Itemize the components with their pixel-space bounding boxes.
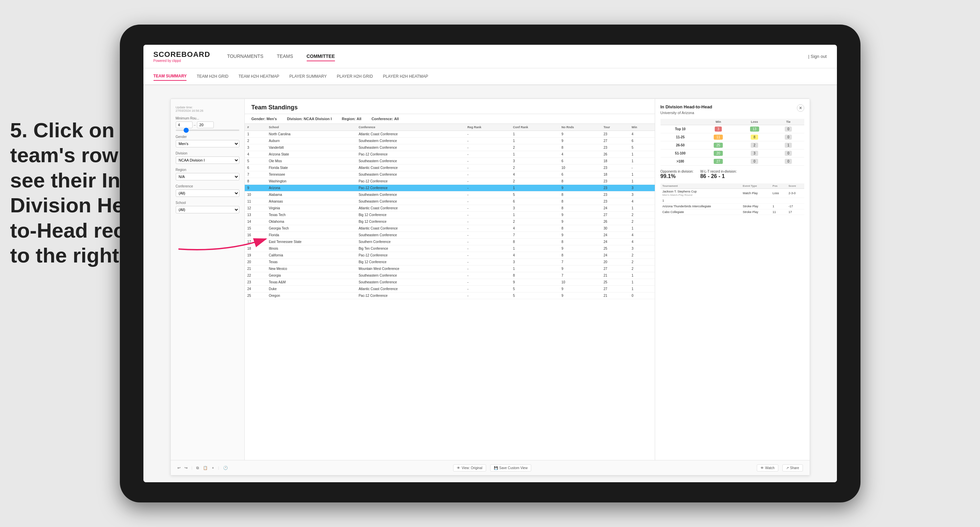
subnav-player-h2h-grid[interactable]: PLAYER H2H GRID [337,72,373,81]
min-rounds-input[interactable] [176,122,192,128]
record-stat: W-L-T record in-division: 86 - 26 - 1 [700,170,737,179]
table-row[interactable]: 2 Auburn Southeastern Conference - 1 9 2… [245,138,655,144]
cell-conf-rank: 8 [511,272,559,279]
nav-committee[interactable]: COMMITTEE [307,52,335,61]
undo-icon[interactable]: ↩ [177,466,180,470]
table-row[interactable]: 6 Florida State Atlantic Coast Conferenc… [245,165,655,171]
table-row[interactable]: 17 East Tennessee State Southern Confere… [245,239,655,245]
cell-reg-rank: - [465,265,511,272]
cell-win: 1 [629,205,655,212]
subnav-team-h2h-grid[interactable]: TEAM H2H GRID [197,72,228,81]
table-row[interactable]: 12 Virginia Atlantic Coast Conference - … [245,205,655,212]
cell-no-rnds: 8 [559,192,601,198]
data-table-wrapper[interactable]: # School Conference Reg Rank Conf Rank N… [245,124,655,460]
h2h-row: >100 27 0 0 [660,157,804,165]
standings-title: Team Standings [245,99,655,114]
cell-conf-rank: 1 [511,265,559,272]
cell-conf-rank: 3 [511,205,559,212]
h2h-table: Win Loss Tie Top 10 3 13 0 11-25 11 8 0 … [660,119,804,165]
cell-conf-rank: 4 [511,225,559,232]
nav-teams[interactable]: TEAMS [277,52,293,61]
table-row[interactable]: 16 Florida Southeastern Conference - 7 9… [245,232,655,239]
division-filter-label: Division [176,151,239,155]
subnav-team-summary[interactable]: TEAM SUMMARY [154,72,187,81]
table-row[interactable]: 18 Illinois Big Ten Conference - 1 9 25 … [245,245,655,252]
region-select[interactable]: N/A All [176,173,239,180]
conference-select[interactable]: (All) [176,189,239,197]
cell-win: 2 [629,218,655,225]
cell-reg-rank: - [465,232,511,239]
subnav-player-h2h-heatmap[interactable]: PLAYER H2H HEATMAP [383,72,428,81]
min-rounds-max-input[interactable] [197,122,214,128]
cell-school: Duke [266,286,356,292]
table-row[interactable]: 5 Ole Miss Southeastern Conference - 3 6… [245,158,655,165]
cell-school: Washington [266,178,356,185]
cell-conf-rank: 5 [511,292,559,299]
table-row[interactable]: 15 Georgia Tech Atlantic Coast Conferenc… [245,225,655,232]
table-row[interactable]: 19 California Pac-12 Conference - 4 8 24… [245,252,655,259]
tournament-col-type: Event Type [741,183,771,189]
table-row[interactable]: 14 Oklahoma Big 12 Conference - 2 9 26 2 [245,218,655,225]
cell-win: - [629,165,655,171]
table-row[interactable]: 11 Arkansas Southeastern Conference - 6 … [245,198,655,205]
min-rounds-slider[interactable] [176,130,239,131]
gender-select[interactable]: Men's Women's [176,140,239,148]
cell-tour: 23 [601,192,629,198]
table-row[interactable]: 9 Arizona Pac-12 Conference - 1 9 23 3 [245,185,655,192]
table-row[interactable]: 3 Vanderbilt Southeastern Conference - 2… [245,144,655,151]
h2h-close-button[interactable]: ✕ [797,104,804,112]
cell-conf-rank: 1 [511,245,559,252]
cell-conf-rank: 2 [511,178,559,185]
table-row[interactable]: 8 Washington Pac-12 Conference - 2 8 23 … [245,178,655,185]
table-row[interactable]: 24 Duke Atlantic Coast Conference - 5 9 … [245,286,655,292]
table-row[interactable]: 7 Tennessee Southeastern Conference - 4 … [245,171,655,178]
table-row[interactable]: 21 New Mexico Mountain West Conference -… [245,265,655,272]
subnav-team-h2h-heatmap[interactable]: TEAM H2H HEATMAP [239,72,279,81]
tournament-score: -17 [786,203,804,210]
share-button[interactable]: ↗ Share [783,464,803,471]
cell-no-rnds: 8 [559,239,601,245]
cell-conf: Southeastern Conference [356,279,465,286]
table-row[interactable]: 25 Oregon Pac-12 Conference - 5 9 21 0 [245,292,655,299]
cell-conf: Pac-12 Conference [356,252,465,259]
paste-icon[interactable]: 📋 [203,466,208,470]
table-row[interactable]: 10 Alabama Southeastern Conference - 5 8… [245,192,655,198]
save-custom-view-button[interactable]: 💾 Save Custom View [490,464,531,471]
subnav-player-summary[interactable]: PLAYER SUMMARY [290,72,327,81]
cell-conf: Big Ten Conference [356,245,465,252]
school-select[interactable]: (All) [176,206,239,213]
table-row[interactable]: 4 Arizona State Pac-12 Conference - 1 4 … [245,151,655,158]
cell-num: 20 [245,259,266,265]
cell-num: 23 [245,279,266,286]
cell-win: 1 [629,225,655,232]
clock-icon[interactable]: 🕐 [223,466,228,470]
tournament-type: Match Play [741,189,771,198]
table-row[interactable]: 20 Texas Big 12 Conference - 3 7 20 2 [245,259,655,265]
copy-icon[interactable]: ⧉ [196,466,199,470]
table-row[interactable]: 1 North Carolina Atlantic Coast Conferen… [245,131,655,138]
redo-icon[interactable]: ↪ [185,466,188,470]
add-icon[interactable]: + [212,466,214,470]
watch-button[interactable]: 👁 Watch [757,464,778,471]
cell-no-rnds: 8 [559,205,601,212]
cell-num: 10 [245,192,266,198]
division-select[interactable]: NCAA Division I NCAA Division II [176,157,239,164]
table-row[interactable]: 22 Georgia Southeastern Conference - 8 7… [245,272,655,279]
table-row[interactable]: 13 Texas Tech Big 12 Conference - 1 9 27… [245,212,655,218]
cell-num: 4 [245,151,266,158]
cell-conf: Southeastern Conference [356,138,465,144]
cell-no-rnds: 7 [559,272,601,279]
cell-win: 1 [629,286,655,292]
nav-tournaments[interactable]: TOURNAMENTS [227,52,263,61]
sign-out-button[interactable]: | Sign out [808,54,827,59]
view-original-button[interactable]: 👁 View: Original [453,464,486,471]
cell-win: 1 [629,279,655,286]
col-no-rnds: No Rnds [559,124,601,131]
cell-school: Georgia Tech [266,225,356,232]
opponents-stat: Opponents in division: 99.1% [660,170,694,179]
save-icon: 💾 [494,466,498,470]
cell-school: Florida [266,232,356,239]
cell-reg-rank: - [465,239,511,245]
table-row[interactable]: 23 Texas A&M Southeastern Conference - 9… [245,279,655,286]
cell-conf-rank: 2 [511,218,559,225]
